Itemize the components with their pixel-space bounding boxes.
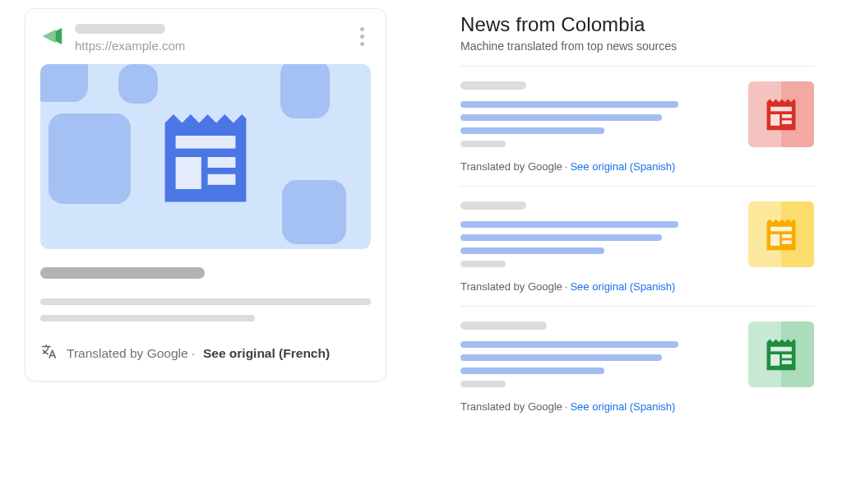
site-name-placeholder (75, 24, 165, 34)
news-item[interactable]: Translated by Google·See original (Spani… (460, 66, 814, 186)
see-original-link[interactable]: See original (Spanish) (570, 400, 675, 413)
headline-line (460, 221, 678, 228)
site-meta: https://example.com (75, 24, 185, 53)
svg-marker-5 (43, 30, 56, 43)
document-icon (748, 321, 814, 387)
site-identity: https://example.com (40, 24, 343, 53)
news-body: Translated by Google·See original (Spani… (460, 81, 732, 173)
source-placeholder (460, 81, 526, 90)
translation-footer: Translated by Google·See original (Spani… (460, 400, 732, 413)
panel-subtitle: Machine translated from top news sources (460, 39, 814, 53)
panel-title: News from Colombia (460, 13, 814, 36)
headline-line (460, 341, 678, 348)
news-item[interactable]: Translated by Google·See original (Spani… (460, 186, 814, 306)
meta-placeholder (460, 261, 506, 267)
headline-line (460, 101, 678, 108)
headline-line (460, 247, 604, 254)
translation-footer: Translated by Google · See original (Fre… (40, 343, 371, 364)
site-logo-icon (40, 24, 65, 49)
translated-by-label: Translated by Google (67, 346, 188, 361)
see-original-link[interactable]: See original (Spanish) (570, 280, 675, 293)
headline-line (460, 368, 604, 374)
translated-by-label: Translated by Google (460, 280, 562, 293)
news-body: Translated by Google·See original (Spani… (460, 321, 732, 413)
site-url: https://example.com (75, 39, 185, 53)
translated-by-label: Translated by Google (460, 400, 562, 413)
result-snippet (40, 267, 371, 331)
source-placeholder (460, 321, 547, 330)
news-body: Translated by Google·See original (Spani… (460, 201, 732, 293)
see-original-link[interactable]: See original (Spanish) (570, 160, 675, 173)
document-icon (40, 64, 371, 249)
snippet-line (40, 315, 255, 321)
overflow-menu-button[interactable] (353, 24, 371, 46)
headline-line (460, 127, 604, 134)
result-header: https://example.com (40, 24, 371, 53)
translation-footer: Translated by Google·See original (Spani… (460, 280, 732, 293)
result-hero-thumbnail (40, 64, 371, 249)
meta-placeholder (460, 381, 506, 387)
translation-footer: Translated by Google·See original (Spani… (460, 160, 732, 173)
result-title-placeholder (40, 267, 205, 279)
news-item[interactable]: Translated by Google·See original (Spani… (460, 306, 814, 426)
translated-by-label: Translated by Google (460, 160, 562, 173)
translate-icon (40, 343, 58, 364)
snippet-line (40, 298, 371, 305)
meta-placeholder (460, 141, 506, 147)
see-original-link[interactable]: See original (French) (203, 346, 330, 361)
headline-line (460, 234, 662, 241)
headline-line (460, 354, 662, 361)
headline-line (460, 114, 662, 121)
document-icon (748, 201, 814, 267)
source-placeholder (460, 201, 526, 210)
search-result-card: https://example.com Translated by Goog (25, 8, 386, 381)
news-panel: News from Colombia Machine translated fr… (460, 8, 814, 504)
news-thumbnail (748, 321, 814, 387)
news-thumbnail (748, 81, 814, 147)
document-icon (748, 81, 814, 147)
news-thumbnail (748, 201, 814, 267)
